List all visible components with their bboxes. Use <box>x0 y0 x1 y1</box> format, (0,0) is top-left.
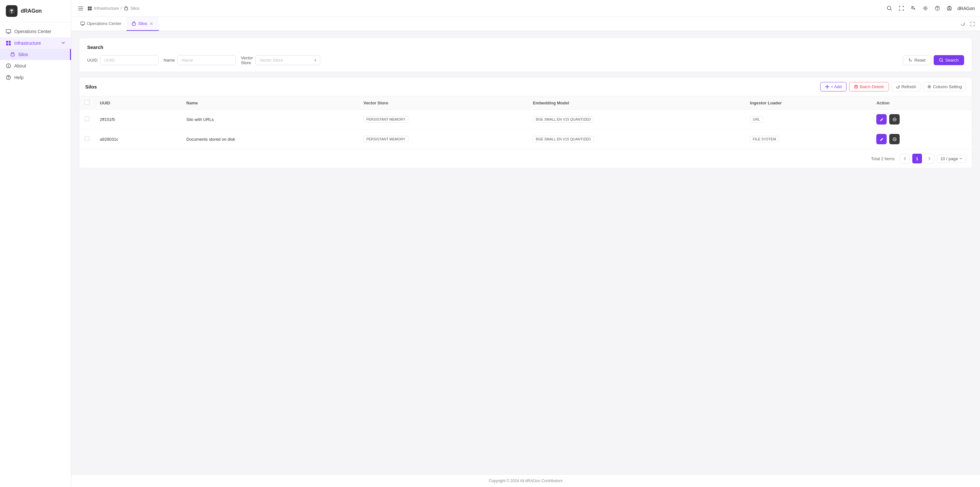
sidebar-sub-item-label: Silos <box>18 52 28 57</box>
tabs-refresh-button[interactable] <box>959 21 966 27</box>
uuid-input[interactable] <box>100 55 159 65</box>
row-embedding-model-0: BGE SMALL EN V15 QUANTIZED <box>528 110 745 129</box>
row-vector-store-1: PERSISTANT MEMORY <box>358 129 528 149</box>
uuid-field: UUID <box>87 55 159 65</box>
infrastructure-breadcrumb-icon <box>88 6 92 11</box>
breadcrumb-current: Silos <box>130 6 139 11</box>
svg-point-10 <box>8 78 8 79</box>
row-name-1: Documents stored on disk <box>181 129 358 149</box>
svg-rect-4 <box>6 43 8 45</box>
tabs-list: Operations Center Silos <box>75 17 159 31</box>
search-submit-button[interactable]: Search <box>934 55 964 65</box>
sidebar-item-silos[interactable]: Silos <box>0 49 71 60</box>
row-vector-store-0: PERSISTANT MEMORY <box>358 110 528 129</box>
breadcrumb-separator: / <box>121 6 122 11</box>
help-topbar-button[interactable] <box>933 4 942 12</box>
sidebar-item-help[interactable]: Help <box>0 72 71 83</box>
tabs-actions <box>959 21 976 27</box>
svg-point-21 <box>948 7 950 8</box>
pagination-prev-button[interactable] <box>900 154 910 163</box>
embedding-model-badge-0: BGE SMALL EN V15 QUANTIZED <box>533 116 594 123</box>
silo-tab-icon <box>132 21 136 26</box>
delete-button-0[interactable] <box>889 114 900 125</box>
tab-close-button[interactable] <box>149 21 154 26</box>
pagination-total: Total 2 items <box>871 156 895 161</box>
user-name[interactable]: dRAGon <box>957 6 975 11</box>
tabs-bar: Operations Center Silos <box>71 17 980 31</box>
tab-silos[interactable]: Silos <box>126 17 159 31</box>
sidebar-toggle-button[interactable] <box>76 4 85 13</box>
table-actions: + Add Batch Delete <box>820 82 966 91</box>
batch-delete-button[interactable]: Batch Delete <box>849 82 889 91</box>
translate-button[interactable] <box>909 4 918 12</box>
select-all-checkbox[interactable] <box>84 100 89 105</box>
tab-operations-center[interactable]: Operations Center <box>75 17 126 31</box>
pagination-size-select[interactable]: 10 / page <box>937 155 966 163</box>
row-checkbox-cell-1 <box>80 129 95 149</box>
action-column-header: Action <box>871 96 972 110</box>
ingestor-loader-badge-0: URL <box>750 116 763 123</box>
monitor-tab-icon <box>80 21 85 26</box>
svg-point-8 <box>8 64 9 65</box>
name-input[interactable] <box>177 55 235 65</box>
row-checkbox-0[interactable] <box>84 117 89 121</box>
row-checkbox-1[interactable] <box>84 136 89 141</box>
svg-rect-12 <box>90 6 92 8</box>
data-table: UUID Name Vector Store Embedding Model I… <box>80 96 972 149</box>
user-avatar-button[interactable] <box>945 4 953 12</box>
column-settings-icon <box>927 85 931 89</box>
breadcrumb-parent: Infrastructure <box>94 6 119 11</box>
settings-button[interactable] <box>921 4 929 12</box>
help-icon <box>6 75 11 80</box>
pagination: Total 2 items 1 10 / page <box>80 149 972 168</box>
tabs-fullscreen-button[interactable] <box>969 21 976 27</box>
svg-rect-6 <box>11 54 14 56</box>
name-column-header: Name <box>181 96 358 110</box>
edit-button-1[interactable] <box>876 134 887 144</box>
expand-button[interactable] <box>897 4 905 12</box>
topbar: Infrastructure / Silos <box>71 0 980 17</box>
topbar-right: dRAGon <box>885 4 975 12</box>
content-area: Search UUID Name VectorStore Vector Stor… <box>71 31 980 474</box>
sidebar: dRAGon Operations Center Infrastructure <box>0 0 71 487</box>
app-logo[interactable]: dRAGon <box>0 0 71 22</box>
silo-icon <box>10 52 15 57</box>
monitor-icon <box>6 29 11 34</box>
svg-rect-2 <box>6 41 8 43</box>
pagination-next-button[interactable] <box>924 154 934 163</box>
svg-rect-3 <box>9 41 11 43</box>
svg-rect-23 <box>132 23 135 25</box>
row-uuid-1: a928031c <box>95 129 181 149</box>
column-setting-button[interactable]: Column Setting <box>923 82 966 91</box>
row-actions-1 <box>871 129 972 149</box>
vector-store-badge-0: PERSISTANT MEMORY <box>363 116 408 123</box>
table-row: 2ff151f5 Silo with URLs PERSISTANT MEMOR… <box>80 110 972 129</box>
chevron-down-icon <box>959 157 963 160</box>
sidebar-item-infrastructure[interactable]: Infrastructure <box>0 37 71 49</box>
refresh-button[interactable]: Refresh <box>891 82 921 91</box>
pagination-current-page: 1 <box>912 154 922 163</box>
row-checkbox-cell-0 <box>80 110 95 129</box>
name-label: Name <box>164 58 175 62</box>
delete-button-1[interactable] <box>889 134 900 144</box>
vector-store-select[interactable]: Vector Store PERSISTANT MEMORY <box>255 55 320 65</box>
svg-rect-14 <box>90 8 92 10</box>
add-button[interactable]: + Add <box>820 82 847 91</box>
grid-icon <box>6 40 11 46</box>
reset-button[interactable]: Reset <box>903 55 931 65</box>
row-ingestor-loader-1: FILE SYSTEM <box>745 129 871 149</box>
search-section: Search UUID Name VectorStore Vector Stor… <box>79 38 972 72</box>
search-button[interactable] <box>885 4 894 12</box>
edit-button-0[interactable] <box>876 114 887 125</box>
ingestor-loader-column-header: Ingestor Loader <box>745 96 871 110</box>
table-title: Silos <box>85 84 97 89</box>
uuid-label: UUID <box>87 58 97 62</box>
trash-icon <box>854 85 858 89</box>
sidebar-item-operations-center[interactable]: Operations Center <box>0 26 71 37</box>
sidebar-item-about[interactable]: About <box>0 60 71 72</box>
breadcrumb: Infrastructure / Silos <box>88 6 139 11</box>
vector-store-select-wrap: Vector Store PERSISTANT MEMORY ▼ <box>255 55 320 65</box>
svg-rect-13 <box>88 8 90 10</box>
refresh-icon <box>896 85 900 89</box>
vector-store-field: VectorStore Vector Store PERSISTANT MEMO… <box>241 55 320 65</box>
